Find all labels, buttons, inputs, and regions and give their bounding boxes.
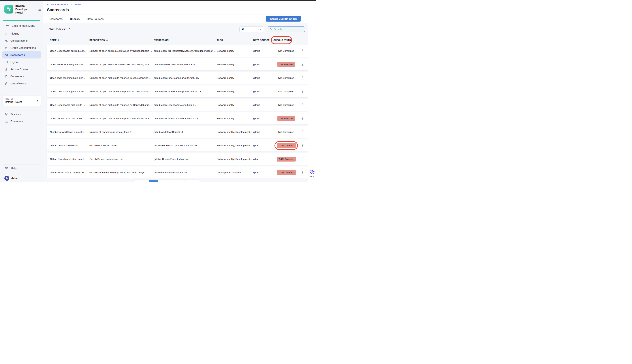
kebab-menu-icon[interactable]: [301, 156, 304, 162]
check-stats-cell: Not Computed: [273, 131, 299, 134]
check-name: Open code scanning high alert...: [50, 76, 89, 79]
gears-icon: [5, 39, 8, 42]
pagination-page[interactable]: [176, 180, 184, 182]
check-name: GitLab Gitleaks file exists: [50, 144, 89, 147]
pagination-active-page[interactable]: [149, 180, 158, 182]
kebab-menu-icon[interactable]: [301, 102, 304, 108]
kebab-menu-icon[interactable]: [301, 62, 304, 67]
table-row[interactable]: Open Dependabot critical alert...Number …: [47, 112, 308, 124]
check-tags: Software quality, Development...: [217, 131, 253, 134]
check-description: Number of open pull requests raised by D…: [89, 50, 154, 52]
sidebar-item-executions[interactable]: Executions: [2, 118, 41, 125]
kebab-menu-icon[interactable]: [301, 76, 304, 80]
table-row[interactable]: Open code scanning critical ale...Number…: [47, 85, 308, 98]
check-name: GitLab Mean time to merge PR ...: [50, 171, 89, 174]
check-name: Open Dependabot pull request...: [50, 50, 89, 52]
sort-icon[interactable]: [271, 39, 272, 41]
pagination-page[interactable]: [134, 180, 149, 182]
column-label: DATA SOURCE: [253, 39, 269, 42]
tab-data-sources[interactable]: Data Sources: [87, 14, 104, 23]
kebab-menu-icon[interactable]: [301, 130, 304, 134]
sidebar-item-url-allow-list[interactable]: URL Allow List: [2, 80, 41, 87]
pagination-page[interactable]: [158, 180, 167, 182]
executions-icon: [5, 120, 8, 123]
layout-icon: [5, 60, 8, 64]
check-tags: Software quality: [217, 63, 253, 66]
row-actions-cell: [299, 76, 308, 80]
kebab-menu-icon[interactable]: [301, 48, 304, 53]
lock-icon: [5, 46, 8, 50]
kebab-menu-icon[interactable]: [301, 89, 304, 94]
check-tags: Software quality: [217, 76, 253, 79]
create-custom-check-button[interactable]: Create Custom Check: [266, 16, 301, 22]
tab-checks[interactable]: Checks: [70, 14, 80, 23]
pagination-page[interactable]: [167, 180, 176, 182]
link-icon: [5, 82, 8, 85]
sort-icon[interactable]: [106, 39, 108, 41]
pipeline-icon: [5, 112, 8, 116]
checks-content: Total Checks: 37 All NAMEDESCRIPTIONEXPR: [43, 23, 308, 182]
right-gutter: AIDA: [308, 1, 316, 182]
kebab-menu-icon[interactable]: [301, 170, 304, 175]
sidebar-item-scorecards[interactable]: Scorecards: [2, 51, 41, 58]
tab-scorecards[interactable]: Scorecards: [49, 14, 63, 23]
table-row[interactable]: Open code scanning high alert...Number o…: [47, 72, 308, 84]
column-header-description[interactable]: DESCRIPTION: [89, 39, 154, 42]
sidebar-item-connectors[interactable]: Connectors: [2, 73, 41, 80]
help-icon: ?: [5, 166, 9, 170]
table-row[interactable]: Number of workflows is greate...Number o…: [47, 126, 308, 138]
pagination-page[interactable]: [184, 180, 200, 182]
check-tags: Software quality, Development...: [217, 158, 253, 160]
table-row[interactable]: GitLab Branch protection is setGitLab Br…: [47, 153, 308, 165]
app-title: Internal Developer Portal: [15, 4, 35, 14]
check-data-source: gitlab: [253, 144, 273, 147]
help-button[interactable]: ? Help: [5, 166, 17, 170]
kebab-menu-icon[interactable]: [301, 116, 304, 121]
sidebar-item-configurations[interactable]: Configurations: [2, 37, 41, 44]
check-stats-cell: Not Computed: [273, 76, 299, 79]
stats-text: Not Computed: [278, 76, 294, 79]
project-label: PROJECT: [5, 98, 36, 100]
check-data-source: github: [253, 90, 273, 93]
user-menu[interactable]: D deba: [5, 176, 18, 181]
check-name: Open Dependabot high alerts i...: [50, 104, 89, 106]
project-selector[interactable]: PROJECT Default Project: [3, 96, 41, 106]
stats-text: Not Computed: [278, 90, 294, 93]
aida-assistant-button[interactable]: AIDA: [308, 169, 316, 177]
check-name: GitLab Branch protection is set: [50, 158, 89, 160]
sidebar-item-access-control[interactable]: Access Control: [2, 66, 41, 73]
kebab-menu-icon[interactable]: [301, 143, 304, 148]
row-actions-cell: [299, 89, 308, 94]
table-row[interactable]: Open secret scanning alerts is ...Number…: [47, 58, 308, 70]
check-tags: Software quality: [217, 117, 253, 120]
column-header-data-source[interactable]: DATA SOURCE: [253, 39, 273, 42]
sidebar-item-plugins[interactable]: Plugins: [2, 30, 41, 37]
sidebar-divider-bottom: [3, 164, 40, 164]
table-row[interactable]: Open Dependabot high alerts i...Number o…: [47, 99, 308, 111]
search-input[interactable]: [273, 28, 303, 31]
aida-label: AIDA: [308, 175, 316, 177]
table-row[interactable]: GitLab Gitleaks file existsGitLab Gitlea…: [47, 140, 308, 152]
check-expression: github.openDependabotAlerts.critical < 3: [154, 117, 217, 120]
sidebar-item-pipelines[interactable]: Pipelines: [2, 110, 41, 118]
sidebar-item-oauth-configurations[interactable]: OAuth Configurations: [2, 44, 41, 51]
check-stats-cell: 21% Passed: [273, 143, 299, 148]
table-row[interactable]: Open Dependabot pull request...Number of…: [47, 45, 308, 57]
table-row[interactable]: GitLab Mean time to merge PR ...GitLab M…: [47, 166, 308, 178]
row-actions-cell: [299, 156, 308, 162]
filter-dropdown[interactable]: All: [239, 26, 264, 32]
check-stats-cell: 21% Passed: [273, 170, 299, 175]
column-header-name[interactable]: NAME: [50, 39, 89, 42]
sidebar-divider: [3, 27, 40, 27]
breadcrumb-link[interactable]: Account: Harness.io: [47, 3, 69, 6]
sort-icon[interactable]: [58, 39, 60, 41]
check-expression: github.openDependabotAlerts.high < 5: [154, 104, 217, 106]
back-label: Back to Main Menu: [12, 24, 35, 27]
check-tags: Software quality: [217, 104, 253, 106]
grid-menu-icon[interactable]: [38, 7, 41, 11]
breadcrumb-link[interactable]: Admin: [74, 3, 81, 6]
row-actions-cell: [299, 48, 308, 53]
sidebar-item-layout[interactable]: Layout: [2, 58, 41, 66]
column-label: NAME: [50, 39, 57, 42]
brand-divider: [3, 20, 40, 21]
